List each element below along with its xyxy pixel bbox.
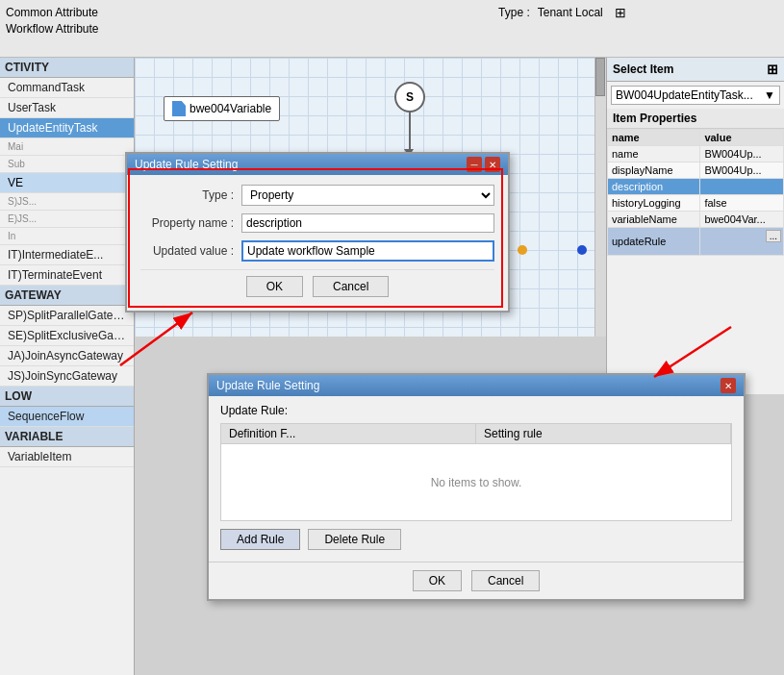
delete-rule-button[interactable]: Delete Rule	[308, 529, 401, 550]
section-low: LOW	[0, 387, 134, 407]
prop-value-variablename: bwe004Var...	[700, 212, 784, 228]
updaterule-dots-btn[interactable]: ...	[766, 230, 781, 242]
col-value-header: value	[700, 130, 784, 146]
empty-message: No items to show.	[431, 476, 522, 489]
dialog-top-cancel[interactable]: Cancel	[313, 276, 389, 297]
update-rule-label: Update Rule:	[220, 404, 732, 417]
sidebar-item-variable-item[interactable]: VariableItem	[0, 447, 134, 467]
dialog-bottom-titlebar: Update Rule Setting ✕	[209, 375, 744, 396]
dialog-top-title: Update Rule Setting	[135, 158, 238, 171]
prop-row-historylogging: historyLogging false	[608, 195, 784, 212]
dropdown-arrow: ▼	[764, 88, 775, 102]
property-name-input[interactable]	[241, 213, 494, 233]
canvas-scrollbar[interactable]	[594, 58, 606, 337]
property-name-wrapper	[241, 213, 494, 233]
type-select-wrapper: Property Expression	[241, 185, 494, 206]
type-label: Type :	[498, 6, 530, 19]
dialog-bottom-ok[interactable]: OK	[413, 570, 462, 591]
property-name-label: Property name :	[140, 216, 241, 230]
sidebar-item-e-js: E)JS...	[0, 211, 134, 228]
updated-value-input[interactable]	[241, 240, 494, 262]
workflow-attr-label: Workflow Attribute	[6, 22, 98, 36]
add-rule-button[interactable]: Add Rule	[220, 529, 300, 550]
panel-icon: ⊞	[767, 62, 778, 77]
sidebar-item-intermediate[interactable]: IT)IntermediateE...	[0, 245, 134, 265]
updated-value-row: Updated value :	[140, 240, 494, 262]
type-select[interactable]: Property Expression	[241, 185, 494, 206]
updated-value-wrapper	[241, 240, 494, 262]
sidebar-item-split-exclusive[interactable]: SE)SplitExclusiveGatew...	[0, 326, 134, 346]
col-definition: Definition F...	[221, 424, 476, 443]
right-panel-header: Select Item ⊞	[607, 58, 784, 82]
sidebar-item-command-task[interactable]: CommandTask	[0, 78, 134, 98]
sidebar-item-update-entity-task[interactable]: UpdateEntityTask	[0, 118, 134, 138]
col-setting-rule: Setting rule	[476, 424, 731, 443]
blue-dot	[577, 245, 587, 255]
sidebar: CTIVITY CommandTask UserTask UpdateEntit…	[0, 58, 135, 675]
dialog-top-minimize[interactable]: ─	[467, 157, 482, 172]
section-variable: VARIABLE	[0, 427, 134, 447]
prop-value-name: BW004Up...	[700, 146, 784, 162]
sidebar-item-sequence-flow[interactable]: SequenceFlow	[0, 407, 134, 427]
dialog-bottom-cancel[interactable]: Cancel	[471, 570, 540, 591]
select-item-label: Select Item	[613, 62, 673, 76]
prop-row-updaterule: updateRule ...	[608, 228, 784, 256]
bwe004variable-node[interactable]: bwe004Variable	[164, 96, 280, 121]
common-attr-label: Common Attribute	[6, 6, 98, 19]
sidebar-item-split-parallel[interactable]: SP)SplitParallelGateway	[0, 306, 134, 326]
property-name-row: Property name :	[140, 213, 494, 233]
start-label: S	[406, 90, 414, 104]
type-row: Type : Property Expression	[140, 185, 494, 206]
start-circle: S	[394, 82, 425, 112]
prop-name-name: name	[608, 146, 700, 162]
sidebar-item-terminate[interactable]: IT)TerminateEvent	[0, 265, 134, 286]
sidebar-item-join-async[interactable]: JA)JoinAsyncGateway	[0, 346, 134, 366]
updated-value-label: Updated value :	[140, 244, 241, 258]
sidebar-item-ve: VE	[0, 173, 134, 193]
orange-dot	[518, 245, 527, 255]
dialog-bottom-close[interactable]: ✕	[721, 378, 736, 393]
prop-name-displayname: displayName	[608, 162, 700, 179]
dropdown-value: BW004UpdateEntityTask...	[616, 88, 753, 102]
prop-row-variablename: variableName bwe004Var...	[608, 212, 784, 228]
dialog-bottom-buttons: OK Cancel	[209, 562, 744, 599]
dialog-top: Update Rule Setting ─ ✕ Type : Property …	[125, 152, 510, 312]
prop-value-description	[700, 179, 784, 195]
scrollbar-thumb[interactable]	[595, 58, 605, 96]
dialog-top-close[interactable]: ✕	[485, 157, 500, 172]
update-rule-text: Update Rule:	[220, 404, 288, 417]
sidebar-item-mai: Mai	[0, 138, 134, 156]
flow-line-1	[409, 112, 411, 151]
prop-name-historylogging: historyLogging	[608, 195, 700, 212]
doc-icon	[172, 101, 186, 116]
col-name-header: name	[608, 130, 700, 146]
prop-name-description: description	[608, 179, 700, 195]
top-bar: Common Attribute Type : Tenant Local ⊞ W…	[0, 0, 784, 58]
sidebar-item-join-sync[interactable]: JS)JoinSyncGateway	[0, 366, 134, 387]
sidebar-item-s-js: S)JS...	[0, 193, 134, 211]
dialog-top-buttons: OK Cancel	[140, 269, 494, 305]
entity-dropdown[interactable]: BW004UpdateEntityTask... ▼	[611, 86, 780, 105]
item-props-header: Item Properties	[607, 109, 784, 129]
rule-action-buttons: Add Rule Delete Rule	[220, 529, 732, 550]
table-body-empty: No items to show.	[220, 444, 732, 521]
sidebar-item-user-task[interactable]: UserTask	[0, 98, 134, 118]
dialog-top-content: Type : Property Expression Property name…	[127, 175, 508, 311]
prop-value-displayname: BW004Up...	[700, 162, 784, 179]
type-value: Tenant Local	[538, 6, 603, 19]
prop-row-description: description	[608, 179, 784, 195]
table-header: Definition F... Setting rule	[220, 423, 732, 444]
dialog-bottom-title: Update Rule Setting	[216, 379, 319, 392]
sidebar-item-sub: Sub	[0, 156, 134, 173]
sidebar-item-in: In	[0, 228, 134, 245]
right-panel: Select Item ⊞ BW004UpdateEntityTask... ▼…	[606, 58, 784, 394]
props-table: name value name BW004Up... displayName B…	[607, 129, 784, 256]
dialog-top-ok[interactable]: OK	[246, 276, 303, 297]
dialog-top-titlebar: Update Rule Setting ─ ✕	[127, 154, 508, 175]
section-activity: CTIVITY	[0, 58, 134, 78]
node-label: bwe004Variable	[190, 102, 271, 115]
prop-row-displayname: displayName BW004Up...	[608, 162, 784, 179]
type-label-field: Type :	[140, 188, 241, 202]
section-gateway: GATEWAY	[0, 286, 134, 306]
prop-value-updaterule: ...	[700, 228, 784, 256]
